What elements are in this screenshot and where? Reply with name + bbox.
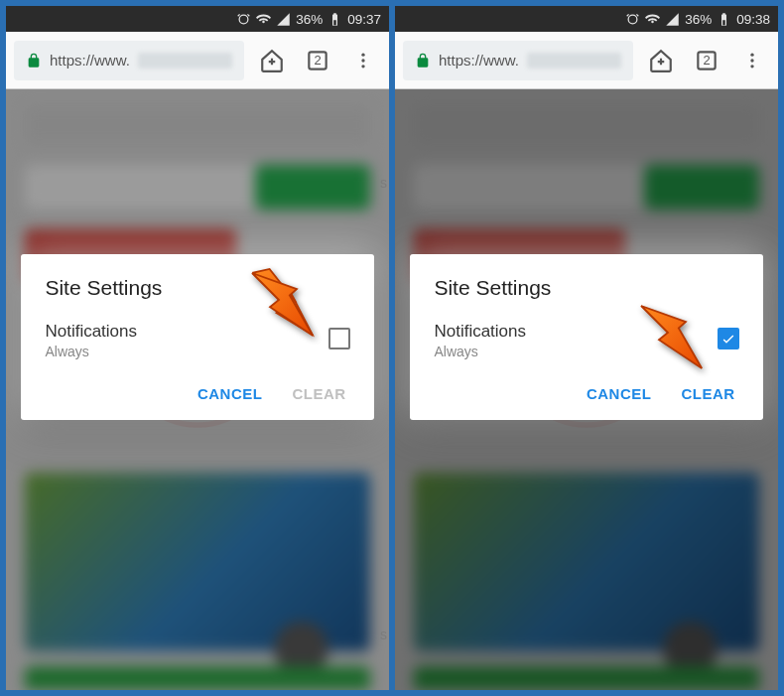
status-bar: 36% 09:38 (395, 6, 778, 32)
svg-point-4 (361, 59, 364, 62)
url-censored (138, 53, 232, 69)
dialog-actions: CANCEL CLEAR (45, 379, 349, 408)
alarm-icon (625, 12, 640, 27)
tabs-count: 2 (703, 53, 710, 68)
notifications-row[interactable]: Notifications Always (45, 322, 349, 359)
tabs-count: 2 (314, 53, 321, 68)
dialog-title: Site Settings (434, 276, 738, 300)
url-text: https://www. (439, 52, 519, 69)
home-plus-button[interactable] (254, 43, 290, 78)
phone-right: PC 36% 09:38 https://www. 2 Site Setting… (395, 6, 778, 690)
site-settings-dialog: Site Settings Notifications Always CANCE… (21, 254, 373, 420)
address-bar[interactable]: https://www. (403, 41, 633, 80)
tabs-button[interactable]: 2 (300, 43, 335, 78)
notifications-checkbox[interactable] (328, 328, 350, 349)
menu-button[interactable] (345, 43, 381, 78)
svg-point-9 (750, 53, 753, 56)
battery-percent: 36% (296, 12, 323, 27)
svg-point-11 (750, 65, 753, 68)
menu-button[interactable] (734, 43, 770, 78)
site-settings-dialog: Site Settings Notifications Always CANCE… (410, 254, 762, 420)
cancel-button[interactable]: CANCEL (197, 385, 263, 402)
cancel-button[interactable]: CANCEL (587, 385, 652, 402)
clear-button[interactable]: CLEAR (292, 385, 345, 402)
check-icon (720, 331, 736, 347)
home-plus-button[interactable] (643, 43, 679, 78)
url-censored (527, 53, 621, 69)
url-text: https://www. (50, 52, 130, 69)
svg-point-3 (361, 53, 364, 56)
notifications-row[interactable]: Notifications Always (434, 322, 738, 359)
dialog-title: Site Settings (45, 276, 349, 300)
svg-point-5 (361, 65, 364, 68)
battery-icon (327, 12, 342, 27)
browser-toolbar: https://www. 2 (6, 32, 389, 89)
dialog-actions: CANCEL CLEAR (434, 379, 738, 408)
battery-percent: 36% (685, 12, 712, 27)
browser-toolbar: https://www. 2 (395, 32, 778, 89)
clock-time: 09:37 (347, 12, 381, 27)
notifications-label: Notifications (434, 322, 526, 342)
wifi-icon (256, 12, 271, 27)
lock-icon (26, 53, 42, 69)
notifications-checkbox[interactable] (718, 328, 739, 349)
clear-button[interactable]: CLEAR (681, 385, 734, 402)
notifications-label: Notifications (45, 322, 137, 342)
signal-icon (276, 12, 291, 27)
status-bar: 36% 09:37 (6, 6, 389, 32)
wifi-icon (645, 12, 660, 27)
svg-point-10 (750, 59, 753, 62)
clock-time: 09:38 (736, 12, 770, 27)
battery-icon (717, 12, 731, 27)
tabs-button[interactable]: 2 (689, 43, 724, 78)
lock-icon (415, 53, 431, 69)
notifications-sub: Always (45, 344, 137, 359)
phone-left: PC s s 36% 09:37 https://www. 2 Site Set… (6, 6, 389, 690)
signal-icon (665, 12, 680, 27)
alarm-icon (236, 12, 251, 27)
address-bar[interactable]: https://www. (14, 41, 244, 80)
notifications-sub: Always (434, 344, 526, 359)
